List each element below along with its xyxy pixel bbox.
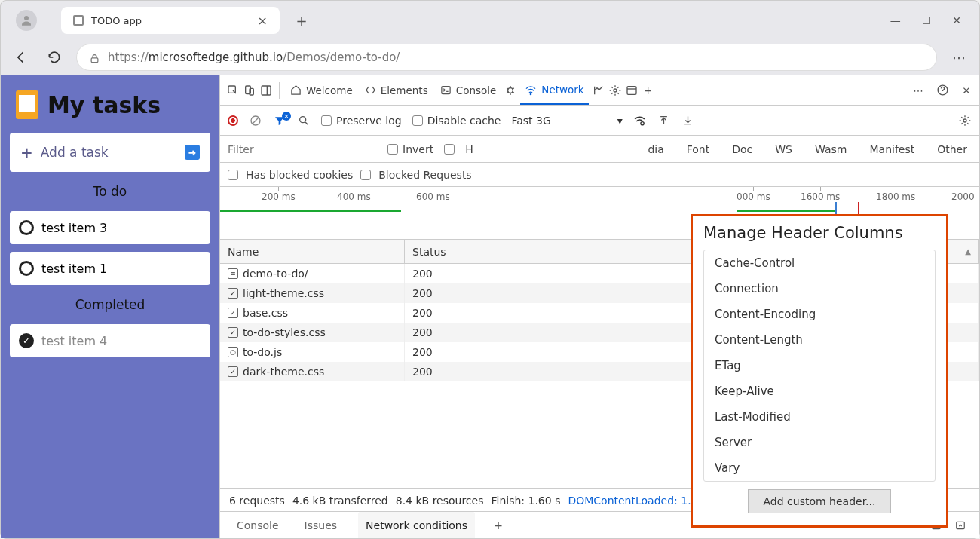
todo-app: My tasks + Add a task ➜ To do test item … [1, 75, 219, 538]
submit-icon[interactable]: ➜ [185, 145, 200, 160]
page-icon [73, 15, 84, 26]
task-item[interactable]: test item 3 [10, 211, 210, 244]
browser-titlebar: TODO app × + — ☐ ✕ [1, 1, 979, 40]
profile-avatar[interactable] [16, 10, 37, 31]
close-window-icon[interactable]: ✕ [952, 14, 961, 26]
checkbox-icon[interactable] [19, 261, 34, 276]
header-option[interactable]: Server [704, 430, 935, 455]
back-button[interactable] [10, 46, 32, 69]
checkbox-icon[interactable] [19, 220, 34, 235]
checkbox-checked-icon[interactable]: ✓ [19, 333, 34, 348]
popup-title: Manage Header Columns [703, 224, 936, 242]
manage-header-columns-popup: Manage Header Columns Cache-Control Conn… [691, 214, 948, 528]
section-todo: To do [10, 179, 210, 204]
task-item-done[interactable]: ✓ test item 4 [10, 324, 210, 357]
task-item[interactable]: test item 1 [10, 252, 210, 285]
header-option[interactable]: Last-Modified [704, 404, 935, 430]
url-text: https://microsoftedge.github.io/Demos/de… [108, 51, 400, 64]
app-title: My tasks [47, 92, 161, 118]
svg-rect-1 [91, 57, 98, 62]
maximize-icon[interactable]: ☐ [922, 14, 932, 26]
new-tab-button[interactable]: + [290, 9, 313, 32]
header-option[interactable]: Vary [704, 455, 935, 481]
header-option[interactable]: Cache-Control [704, 250, 935, 276]
minimize-icon[interactable]: — [890, 14, 901, 26]
header-option[interactable]: Content-Encoding [704, 302, 935, 327]
header-option[interactable]: Content-Length [704, 327, 935, 353]
browser-tab[interactable]: TODO app × [61, 7, 280, 34]
close-tab-icon[interactable]: × [258, 14, 268, 28]
section-completed: Completed [10, 292, 210, 317]
tab-title: TODO app [91, 15, 258, 26]
add-task-input[interactable]: + Add a task ➜ [10, 133, 210, 172]
header-option[interactable]: ETag [704, 353, 935, 378]
address-row: https://microsoftedge.github.io/Demos/de… [1, 40, 979, 75]
header-option[interactable]: Keep-Alive [704, 378, 935, 404]
header-option[interactable]: Connection [704, 276, 935, 302]
svg-point-0 [24, 16, 29, 20]
browser-menu-icon[interactable]: ⋯ [948, 50, 970, 66]
devtools-panel: Welcome Elements Console Network [219, 75, 979, 538]
clipboard-icon [16, 90, 38, 119]
plus-icon: + [20, 143, 33, 161]
address-bar[interactable]: https://microsoftedge.github.io/Demos/de… [76, 44, 937, 71]
refresh-button[interactable] [43, 46, 66, 69]
lock-icon [89, 51, 100, 65]
add-custom-header-button[interactable]: Add custom header... [748, 489, 891, 513]
